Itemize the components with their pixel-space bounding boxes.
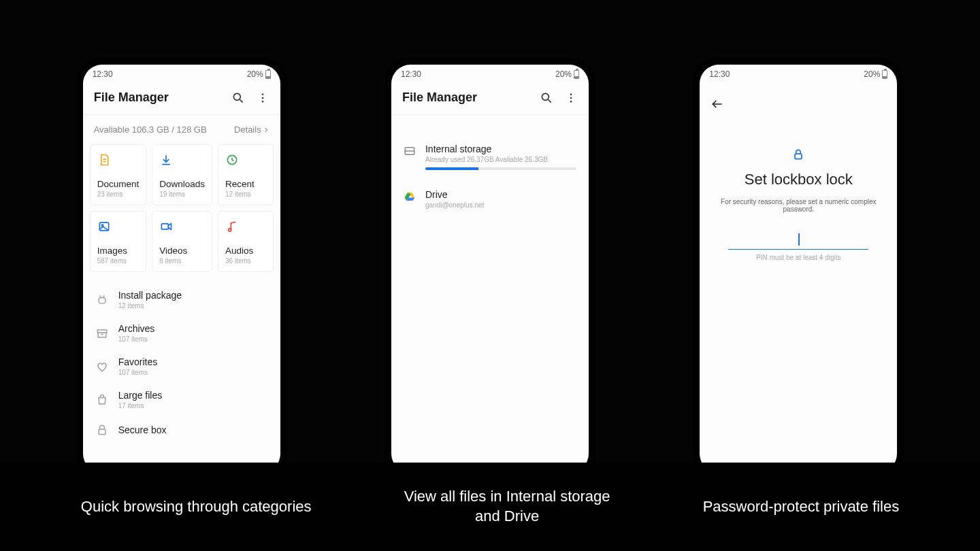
phone-3: 12:30 20% Set lockbox lock	[693, 58, 904, 480]
pin-hint: PIN must be at least 4 digits	[716, 254, 881, 261]
bag-icon	[95, 393, 109, 407]
category-name: Audios	[225, 246, 266, 256]
svg-marker-13	[169, 224, 172, 229]
drive-account: gandi@oneplus.net	[425, 201, 576, 209]
svg-rect-12	[162, 224, 169, 229]
clock-icon	[225, 153, 239, 167]
svg-rect-21	[99, 429, 105, 435]
storage-icon	[404, 145, 416, 157]
category-card-document[interactable]: Document23 items	[90, 144, 147, 205]
app-bar: File Manager	[83, 84, 280, 114]
caption-3: Password-protect private files	[703, 497, 900, 517]
status-time: 12:30	[401, 69, 421, 79]
battery-icon	[265, 70, 271, 79]
category-count: 19 items	[159, 190, 205, 198]
archive-icon	[95, 327, 109, 340]
category-card-download[interactable]: Downloads19 items	[152, 144, 212, 205]
svg-point-0	[233, 93, 240, 100]
internal-storage-sub: Already used 26.37GB Avaliable 26.3GB	[425, 156, 576, 163]
svg-line-23	[548, 99, 551, 102]
status-time: 12:30	[709, 69, 730, 79]
chevron-right-icon	[263, 127, 270, 133]
app-title: File Manager	[94, 90, 169, 105]
caption-2: View all files in Internal storage and D…	[391, 487, 623, 526]
category-name: Videos	[159, 246, 205, 256]
status-time: 12:30	[93, 69, 113, 79]
category-count: 23 items	[97, 190, 140, 198]
phone-2: 12:30 20% File Manager	[385, 58, 595, 480]
drive-icon	[404, 190, 416, 203]
svg-point-4	[261, 100, 263, 102]
video-icon	[159, 220, 173, 233]
list-item-android[interactable]: Install package12 items	[83, 283, 280, 316]
svg-point-2	[261, 93, 263, 95]
svg-point-14	[229, 229, 231, 231]
category-card-video[interactable]: Videos8 items	[152, 211, 212, 272]
svg-point-25	[570, 97, 572, 99]
category-card-audio[interactable]: Audios36 items	[218, 211, 274, 272]
svg-point-22	[542, 93, 549, 100]
category-name: Document	[97, 179, 140, 189]
list-item-heart[interactable]: Favorites107 items	[83, 350, 280, 383]
status-battery-pct: 20%	[555, 69, 572, 79]
more-icon[interactable]	[564, 91, 578, 105]
svg-rect-33	[795, 154, 802, 159]
battery-icon	[574, 70, 579, 79]
image-icon	[97, 220, 111, 233]
list-item-archive[interactable]: Archives107 items	[83, 316, 280, 350]
search-icon[interactable]	[231, 91, 245, 105]
storage-progress	[425, 167, 576, 170]
lock-icon	[791, 148, 805, 164]
category-count: 587 items	[97, 257, 140, 265]
download-icon	[159, 153, 173, 167]
storage-summary: Avaliable 106.3 GB / 128 GB	[94, 124, 207, 135]
list-item-label: Secure box	[118, 424, 167, 435]
app-bar: File Manager	[391, 84, 589, 114]
svg-point-26	[570, 100, 572, 102]
document-icon	[97, 153, 111, 167]
heart-icon	[95, 360, 109, 373]
list-item-count: 17 items	[118, 402, 163, 410]
phone-1: 12:30 20% File Manager	[76, 58, 287, 480]
internal-storage-label: Internal storage	[425, 144, 576, 154]
category-count: 12 items	[225, 190, 266, 198]
internal-storage-row[interactable]: Internal storage Already used 26.37GB Av…	[391, 134, 589, 180]
details-link[interactable]: Details	[234, 124, 270, 135]
lock-icon	[95, 423, 109, 437]
drive-row[interactable]: Drive gandi@oneplus.net	[391, 180, 589, 218]
app-title: File Manager	[402, 90, 477, 105]
svg-rect-15	[99, 297, 105, 303]
list-item-count: 12 items	[118, 302, 182, 310]
more-icon[interactable]	[256, 91, 270, 105]
list-item-bag[interactable]: Large files17 items	[83, 383, 280, 416]
category-count: 8 items	[159, 257, 205, 265]
battery-icon	[882, 70, 887, 79]
category-name: Downloads	[159, 179, 205, 189]
list-item-count: 107 items	[118, 335, 155, 343]
back-icon[interactable]	[710, 97, 724, 111]
status-bar: 12:30 20%	[700, 65, 897, 84]
pin-input[interactable]	[728, 232, 868, 250]
list-item-lock[interactable]: Secure box	[83, 416, 280, 444]
caption-1: Quick browsing through categories	[81, 497, 312, 517]
list-item-count: 107 items	[118, 369, 158, 376]
svg-line-1	[240, 99, 242, 102]
lockbox-subtitle: For security reasons, please set a numer…	[716, 198, 881, 213]
category-card-image[interactable]: Images587 items	[90, 211, 147, 272]
drive-label: Drive	[425, 189, 576, 200]
status-bar: 12:30 20%	[83, 65, 280, 84]
status-bar: 12:30 20%	[391, 65, 589, 84]
lockbox-title: Set lockbox lock	[716, 171, 881, 188]
status-battery-pct: 20%	[247, 69, 263, 79]
list-item-label: Favorites	[118, 356, 158, 367]
category-count: 36 items	[225, 257, 266, 265]
list-item-label: Large files	[118, 390, 163, 401]
svg-point-24	[570, 93, 572, 95]
captions-bar: Quick browsing through categories View a…	[0, 463, 980, 551]
android-icon	[95, 293, 109, 307]
list-item-label: Archives	[118, 323, 155, 334]
category-card-clock[interactable]: Recent12 items	[218, 144, 274, 205]
audio-icon	[225, 220, 239, 233]
search-icon[interactable]	[540, 91, 553, 105]
category-name: Recent	[225, 179, 266, 189]
